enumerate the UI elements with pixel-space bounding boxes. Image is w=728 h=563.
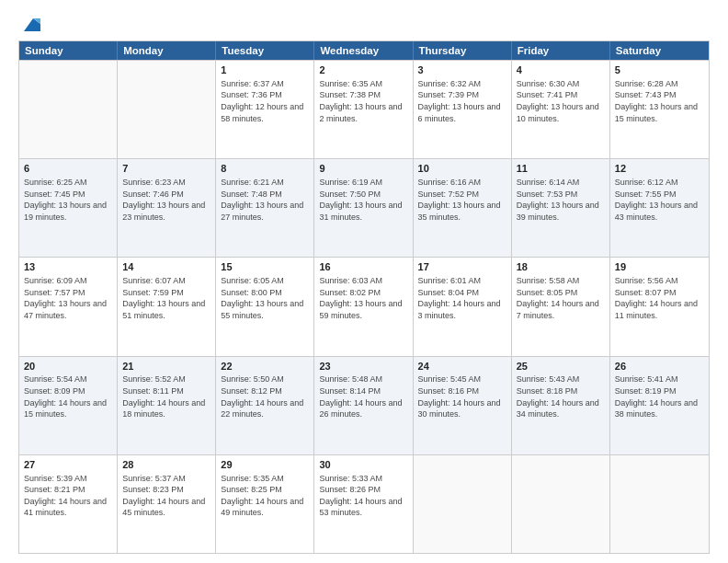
day-number: 3 bbox=[418, 63, 506, 77]
calendar-cell-1-4: 10Sunrise: 6:16 AMSunset: 7:52 PMDayligh… bbox=[414, 159, 512, 257]
calendar-cell-3-0: 20Sunrise: 5:54 AMSunset: 8:09 PMDayligh… bbox=[19, 357, 118, 454]
day-info: Sunrise: 6:09 AMSunset: 7:57 PMDaylight:… bbox=[24, 275, 112, 321]
day-number: 24 bbox=[418, 360, 506, 373]
day-number: 13 bbox=[24, 260, 112, 274]
calendar-row-4: 27Sunrise: 5:39 AMSunset: 8:21 PMDayligh… bbox=[19, 454, 709, 553]
calendar-cell-2-5: 18Sunrise: 5:58 AMSunset: 8:05 PMDayligh… bbox=[512, 258, 610, 355]
day-number: 18 bbox=[517, 260, 605, 274]
calendar-cell-4-5 bbox=[512, 455, 610, 553]
day-info: Sunrise: 6:23 AMSunset: 7:46 PMDaylight:… bbox=[122, 177, 210, 223]
calendar-cell-0-2: 1Sunrise: 6:37 AMSunset: 7:36 PMDaylight… bbox=[216, 61, 314, 158]
calendar-cell-0-5: 4Sunrise: 6:30 AMSunset: 7:41 PMDaylight… bbox=[512, 61, 610, 158]
page: SundayMondayTuesdayWednesdayThursdayFrid… bbox=[0, 0, 728, 563]
day-number: 30 bbox=[319, 458, 407, 472]
calendar-cell-1-6: 12Sunrise: 6:12 AMSunset: 7:55 PMDayligh… bbox=[610, 159, 709, 257]
day-info: Sunrise: 5:33 AMSunset: 8:26 PMDaylight:… bbox=[319, 473, 407, 519]
day-info: Sunrise: 6:05 AMSunset: 8:00 PMDaylight:… bbox=[221, 275, 309, 321]
calendar-cell-4-4 bbox=[414, 455, 512, 553]
calendar-cell-4-1: 28Sunrise: 5:37 AMSunset: 8:23 PMDayligh… bbox=[118, 455, 216, 553]
day-number: 2 bbox=[319, 63, 407, 77]
day-info: Sunrise: 6:12 AMSunset: 7:55 PMDaylight:… bbox=[615, 177, 704, 223]
day-number: 25 bbox=[517, 360, 605, 373]
calendar-cell-4-6 bbox=[610, 455, 709, 553]
day-number: 17 bbox=[418, 260, 506, 274]
calendar-header: SundayMondayTuesdayWednesdayThursdayFrid… bbox=[19, 41, 709, 60]
day-info: Sunrise: 5:45 AMSunset: 8:16 PMDaylight:… bbox=[418, 373, 506, 419]
day-info: Sunrise: 6:35 AMSunset: 7:38 PMDaylight:… bbox=[319, 78, 407, 124]
day-number: 16 bbox=[319, 260, 407, 274]
calendar-cell-2-6: 19Sunrise: 5:56 AMSunset: 8:07 PMDayligh… bbox=[610, 258, 709, 355]
day-number: 8 bbox=[221, 162, 309, 176]
day-info: Sunrise: 6:30 AMSunset: 7:41 PMDaylight:… bbox=[517, 78, 605, 124]
calendar-cell-2-0: 13Sunrise: 6:09 AMSunset: 7:57 PMDayligh… bbox=[19, 258, 118, 355]
day-number: 29 bbox=[221, 458, 309, 472]
day-info: Sunrise: 6:21 AMSunset: 7:48 PMDaylight:… bbox=[221, 177, 309, 223]
calendar-cell-0-6: 5Sunrise: 6:28 AMSunset: 7:43 PMDaylight… bbox=[610, 61, 709, 158]
calendar-cell-3-4: 24Sunrise: 5:45 AMSunset: 8:16 PMDayligh… bbox=[414, 357, 512, 454]
day-info: Sunrise: 6:32 AMSunset: 7:39 PMDaylight:… bbox=[418, 78, 506, 124]
calendar-cell-0-1 bbox=[118, 61, 216, 158]
logo-icon bbox=[20, 15, 40, 35]
day-info: Sunrise: 5:35 AMSunset: 8:25 PMDaylight:… bbox=[221, 473, 309, 519]
header bbox=[18, 15, 710, 31]
day-info: Sunrise: 6:28 AMSunset: 7:43 PMDaylight:… bbox=[615, 78, 704, 124]
day-info: Sunrise: 6:01 AMSunset: 8:04 PMDaylight:… bbox=[418, 275, 506, 321]
day-info: Sunrise: 5:43 AMSunset: 8:18 PMDaylight:… bbox=[517, 373, 605, 419]
calendar-row-1: 6Sunrise: 6:25 AMSunset: 7:45 PMDaylight… bbox=[19, 158, 709, 257]
day-number: 4 bbox=[517, 63, 605, 77]
day-number: 26 bbox=[615, 360, 704, 373]
header-day-tuesday: Tuesday bbox=[216, 41, 314, 60]
calendar-cell-0-0 bbox=[19, 61, 118, 158]
day-info: Sunrise: 5:54 AMSunset: 8:09 PMDaylight:… bbox=[24, 373, 112, 419]
day-info: Sunrise: 6:25 AMSunset: 7:45 PMDaylight:… bbox=[24, 177, 112, 223]
calendar-row-0: 1Sunrise: 6:37 AMSunset: 7:36 PMDaylight… bbox=[19, 60, 709, 158]
header-day-thursday: Thursday bbox=[414, 41, 512, 60]
day-info: Sunrise: 6:07 AMSunset: 7:59 PMDaylight:… bbox=[122, 275, 210, 321]
day-info: Sunrise: 5:37 AMSunset: 8:23 PMDaylight:… bbox=[122, 473, 210, 519]
calendar-cell-4-2: 29Sunrise: 5:35 AMSunset: 8:25 PMDayligh… bbox=[216, 455, 314, 553]
day-number: 27 bbox=[24, 458, 112, 472]
calendar-row-3: 20Sunrise: 5:54 AMSunset: 8:09 PMDayligh… bbox=[19, 356, 709, 454]
day-info: Sunrise: 5:52 AMSunset: 8:11 PMDaylight:… bbox=[122, 373, 210, 419]
calendar: SundayMondayTuesdayWednesdayThursdayFrid… bbox=[18, 40, 710, 554]
day-number: 19 bbox=[615, 260, 704, 274]
day-number: 11 bbox=[517, 162, 605, 176]
calendar-cell-2-1: 14Sunrise: 6:07 AMSunset: 7:59 PMDayligh… bbox=[118, 258, 216, 355]
calendar-cell-1-0: 6Sunrise: 6:25 AMSunset: 7:45 PMDaylight… bbox=[19, 159, 118, 257]
day-info: Sunrise: 6:37 AMSunset: 7:36 PMDaylight:… bbox=[221, 78, 309, 124]
day-number: 12 bbox=[615, 162, 704, 176]
calendar-cell-2-3: 16Sunrise: 6:03 AMSunset: 8:02 PMDayligh… bbox=[314, 258, 413, 355]
day-info: Sunrise: 6:16 AMSunset: 7:52 PMDaylight:… bbox=[418, 177, 506, 223]
header-day-sunday: Sunday bbox=[19, 41, 118, 60]
day-info: Sunrise: 6:03 AMSunset: 8:02 PMDaylight:… bbox=[319, 275, 407, 321]
calendar-cell-1-1: 7Sunrise: 6:23 AMSunset: 7:46 PMDaylight… bbox=[118, 159, 216, 257]
header-day-saturday: Saturday bbox=[610, 41, 709, 60]
day-info: Sunrise: 5:41 AMSunset: 8:19 PMDaylight:… bbox=[615, 373, 704, 419]
calendar-cell-4-3: 30Sunrise: 5:33 AMSunset: 8:26 PMDayligh… bbox=[314, 455, 413, 553]
day-number: 15 bbox=[221, 260, 309, 274]
day-info: Sunrise: 5:56 AMSunset: 8:07 PMDaylight:… bbox=[615, 275, 704, 321]
header-day-wednesday: Wednesday bbox=[314, 41, 413, 60]
day-number: 9 bbox=[319, 162, 407, 176]
logo bbox=[18, 15, 40, 31]
day-number: 22 bbox=[221, 360, 309, 373]
day-number: 14 bbox=[122, 260, 210, 274]
calendar-cell-1-3: 9Sunrise: 6:19 AMSunset: 7:50 PMDaylight… bbox=[314, 159, 413, 257]
header-day-friday: Friday bbox=[512, 41, 610, 60]
day-info: Sunrise: 5:50 AMSunset: 8:12 PMDaylight:… bbox=[221, 373, 309, 419]
calendar-cell-4-0: 27Sunrise: 5:39 AMSunset: 8:21 PMDayligh… bbox=[19, 455, 118, 553]
calendar-cell-1-2: 8Sunrise: 6:21 AMSunset: 7:48 PMDaylight… bbox=[216, 159, 314, 257]
calendar-body: 1Sunrise: 6:37 AMSunset: 7:36 PMDaylight… bbox=[19, 60, 709, 553]
day-info: Sunrise: 6:14 AMSunset: 7:53 PMDaylight:… bbox=[517, 177, 605, 223]
day-info: Sunrise: 5:48 AMSunset: 8:14 PMDaylight:… bbox=[319, 373, 407, 419]
day-number: 20 bbox=[24, 360, 112, 373]
calendar-row-2: 13Sunrise: 6:09 AMSunset: 7:57 PMDayligh… bbox=[19, 257, 709, 355]
calendar-cell-2-2: 15Sunrise: 6:05 AMSunset: 8:00 PMDayligh… bbox=[216, 258, 314, 355]
day-number: 21 bbox=[122, 360, 210, 373]
calendar-cell-2-4: 17Sunrise: 6:01 AMSunset: 8:04 PMDayligh… bbox=[414, 258, 512, 355]
calendar-cell-3-6: 26Sunrise: 5:41 AMSunset: 8:19 PMDayligh… bbox=[610, 357, 709, 454]
day-info: Sunrise: 5:39 AMSunset: 8:21 PMDaylight:… bbox=[24, 473, 112, 519]
calendar-cell-3-5: 25Sunrise: 5:43 AMSunset: 8:18 PMDayligh… bbox=[512, 357, 610, 454]
calendar-cell-3-1: 21Sunrise: 5:52 AMSunset: 8:11 PMDayligh… bbox=[118, 357, 216, 454]
day-number: 6 bbox=[24, 162, 112, 176]
